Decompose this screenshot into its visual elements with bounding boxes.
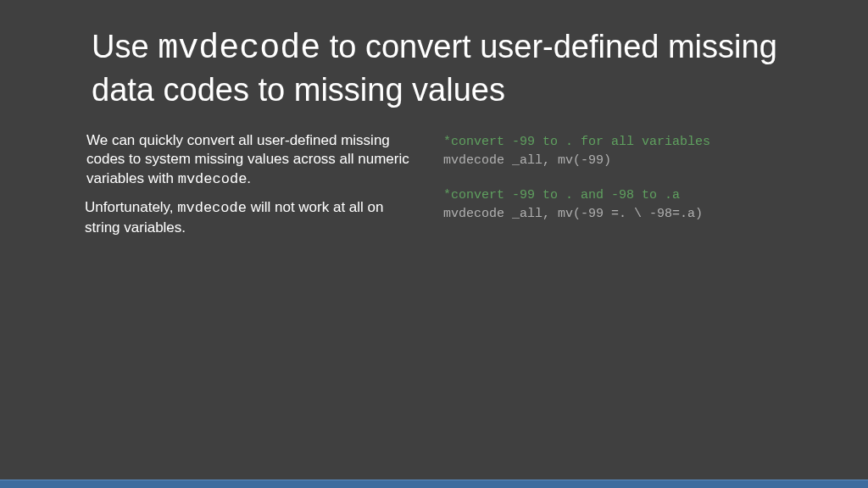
code-block-2: *convert -99 to . and -98 to .a mvdecode… (443, 186, 817, 225)
para2-cmd: mvdecode (177, 200, 247, 216)
comment-2: *convert -99 to . and -98 to .a (443, 186, 817, 206)
code-block-1: *convert -99 to . for all variables mvde… (443, 133, 817, 171)
para1-cmd: mvdecode (178, 171, 248, 187)
right-column: *convert -99 to . for all variables mvde… (443, 131, 817, 240)
bottom-bar (0, 480, 868, 488)
title-prefix: Use (92, 29, 158, 64)
para2-prefix: Unfortunately, (85, 199, 177, 215)
paragraph-2: Unfortunately, mvdecode will not work at… (85, 198, 418, 238)
comment-1: *convert -99 to . for all variables (443, 133, 817, 152)
code-line-1: mvdecode _all, mv(-99) (443, 152, 817, 171)
left-column: We can quickly convert all user-defined … (92, 131, 418, 240)
slide-title: Use mvdecode to convert user-defined mis… (92, 27, 817, 111)
para1-suffix: . (247, 170, 251, 186)
title-command: mvdecode (158, 30, 320, 68)
content-row: We can quickly convert all user-defined … (92, 131, 817, 240)
slide-container: Use mvdecode to convert user-defined mis… (0, 0, 868, 488)
code-line-2: mvdecode _all, mv(-99 =. \ -98=.a) (443, 205, 817, 225)
paragraph-1: We can quickly convert all user-defined … (86, 131, 418, 191)
